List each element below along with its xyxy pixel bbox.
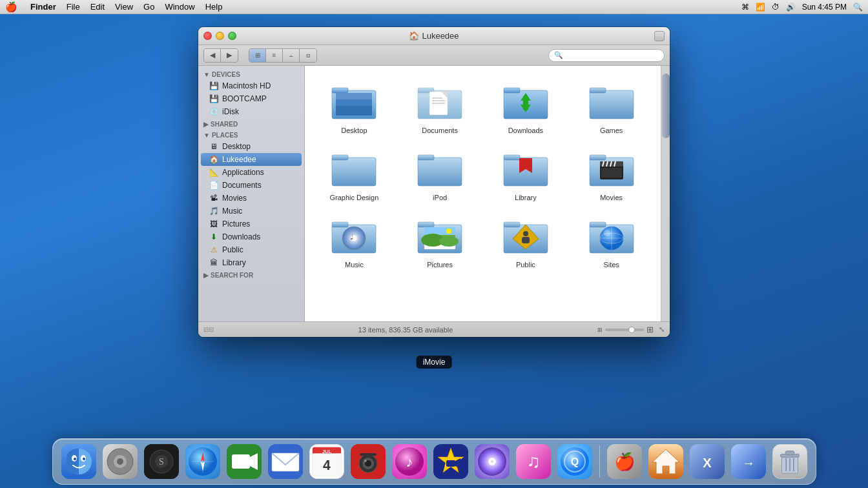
svg-point-44 [446, 229, 451, 234]
resize-slider[interactable] [605, 329, 644, 331]
folder-music-icon: ♩ [331, 212, 377, 258]
list-view-button[interactable]: ≡ [266, 49, 283, 62]
folder-library-icon [502, 145, 549, 191]
documents-folder-svg [417, 81, 463, 120]
close-button[interactable] [203, 32, 212, 40]
sidebar-item-pictures[interactable]: 🖼 Pictures [198, 218, 304, 230]
apple-menu[interactable]: 🍎 [5, 1, 17, 13]
search-for-section-header[interactable]: ▶ SEARCH FOR [198, 269, 304, 280]
svg-rect-78 [232, 454, 250, 469]
search-box[interactable]: 🔍 [548, 49, 665, 62]
dock-itunes-main[interactable]: ♪ [390, 442, 429, 481]
folder-games[interactable]: Games [568, 72, 654, 139]
menu-view[interactable]: View [110, 0, 138, 14]
dock-trash[interactable] [770, 442, 809, 481]
sidebar-item-music[interactable]: 🎵 Music [198, 205, 304, 218]
sidebar-item-macintosh-hd[interactable]: 💾 Macintosh HD [198, 79, 304, 92]
dock-itunes-cd[interactable] [473, 442, 512, 481]
dock-photo-booth[interactable] [349, 442, 388, 481]
dock-xcode[interactable]: X [688, 442, 727, 481]
desktop-folder-svg [331, 81, 377, 120]
svg-point-67 [117, 458, 123, 465]
svg-text:→: → [742, 456, 755, 470]
folder-pictures[interactable]: Pictures [397, 207, 483, 274]
dock-migration[interactable]: → [729, 442, 768, 481]
icon-view-button[interactable]: ⊞ [249, 49, 266, 62]
library-icon: 🏛 [209, 258, 219, 268]
chevron-down-icon2: ▼ [203, 132, 210, 139]
folder-documents[interactable]: Documents [397, 72, 483, 139]
sidebar-item-lukeedee[interactable]: 🏠 Lukeedee [201, 153, 302, 166]
column-view-button[interactable]: ⫠ [283, 49, 300, 62]
folder-movies[interactable]: Movies [568, 139, 654, 207]
bootcamp-icon: 💾 [209, 94, 219, 104]
devices-section-header[interactable]: ▼ DEVICES [198, 68, 304, 79]
sidebar-item-desktop[interactable]: 🖥 Desktop [198, 140, 304, 153]
scrollbar[interactable] [661, 66, 670, 321]
folder-sites[interactable]: Sites [568, 207, 654, 274]
window-collapse-button[interactable] [654, 31, 665, 41]
svg-rect-16 [590, 90, 634, 119]
dock-facetime[interactable] [225, 442, 264, 481]
dock-senuti[interactable]: S [142, 442, 181, 481]
dock-system-preferences[interactable] [101, 442, 140, 481]
resize-thumb[interactable] [628, 327, 635, 333]
menu-go[interactable]: Go [138, 0, 160, 14]
folder-desktop[interactable]: Desktop [311, 72, 397, 139]
sidebar-item-documents[interactable]: 📄 Documents [198, 179, 304, 192]
dock-system-preferences-2[interactable]: 🍎 [605, 442, 644, 481]
sidebar-item-idisk[interactable]: 💿 iDisk [198, 105, 304, 118]
menubar-extras: ⌘ [741, 3, 749, 12]
folder-graphic-design[interactable]: Graphic Design [311, 139, 397, 207]
folder-music[interactable]: ♩ Music [311, 207, 397, 274]
spotlight-icon[interactable]: 🔍 [853, 3, 863, 12]
svg-rect-17 [590, 88, 606, 93]
svg-rect-26 [590, 155, 606, 160]
traffic-lights [203, 32, 236, 40]
folder-library[interactable]: Library [483, 139, 569, 207]
svg-rect-53 [590, 222, 606, 227]
menu-finder[interactable]: Finder [25, 0, 61, 14]
window-title: 🏠 Lukeedee [409, 31, 459, 41]
sidebar-item-bootcamp[interactable]: 💾 BOOTCAMP [198, 92, 304, 105]
resize-controls: ⊞ ⊞ ⤡ [597, 325, 665, 334]
folder-music-label: Music [345, 261, 364, 269]
menu-help[interactable]: Help [200, 0, 228, 14]
sidebar-item-public[interactable]: ⚠ Public [198, 243, 304, 256]
menu-window[interactable]: Window [160, 0, 200, 14]
folder-downloads[interactable]: Downloads [483, 72, 569, 139]
menu-edit[interactable]: Edit [85, 0, 110, 14]
svg-rect-1 [332, 88, 348, 93]
dock-quicktime[interactable]: Q [555, 442, 594, 481]
svg-text:♩: ♩ [350, 232, 354, 241]
sidebar-item-applications[interactable]: 📐 Applications [198, 166, 304, 179]
minimize-button[interactable] [216, 32, 224, 40]
dock-calendar[interactable]: JUL 4 [307, 442, 346, 481]
dock-safari[interactable] [183, 442, 222, 481]
view-buttons: ⊞ ≡ ⫠ ⧈ [249, 48, 317, 63]
forward-button[interactable]: ▶ [221, 49, 238, 62]
folder-documents-label: Documents [422, 127, 458, 134]
shared-section-header[interactable]: ▶ SHARED [198, 118, 304, 129]
dock-itunes-music[interactable]: ♫ [514, 442, 553, 481]
svg-rect-33 [601, 168, 622, 178]
sidebar-item-library[interactable]: 🏛 Library [198, 256, 304, 269]
movies-folder-svg [588, 148, 635, 187]
datetime: Sun 4:45 PM [802, 3, 847, 12]
places-section-header[interactable]: ▼ PLACES [198, 129, 304, 140]
menu-file[interactable]: File [61, 0, 85, 14]
dock-imovie[interactable] [431, 442, 470, 481]
folder-public[interactable]: Public [483, 207, 569, 274]
coverflow-view-button[interactable]: ⧈ [300, 49, 316, 62]
music-icon: 🎵 [209, 206, 219, 216]
title-bar: 🏠 Lukeedee [198, 27, 670, 45]
scrollbar-thumb[interactable] [662, 74, 670, 138]
maximize-button[interactable] [228, 32, 236, 40]
back-button[interactable]: ◀ [204, 49, 221, 62]
folder-ipod[interactable]: iPod [397, 139, 483, 207]
dock-mail[interactable]: @ [266, 442, 305, 481]
sidebar-item-downloads[interactable]: ⬇ Downloads [198, 230, 304, 243]
sidebar-item-movies[interactable]: 📽 Movies [198, 192, 304, 205]
dock-home[interactable] [646, 442, 685, 481]
dock-finder[interactable] [59, 442, 98, 481]
